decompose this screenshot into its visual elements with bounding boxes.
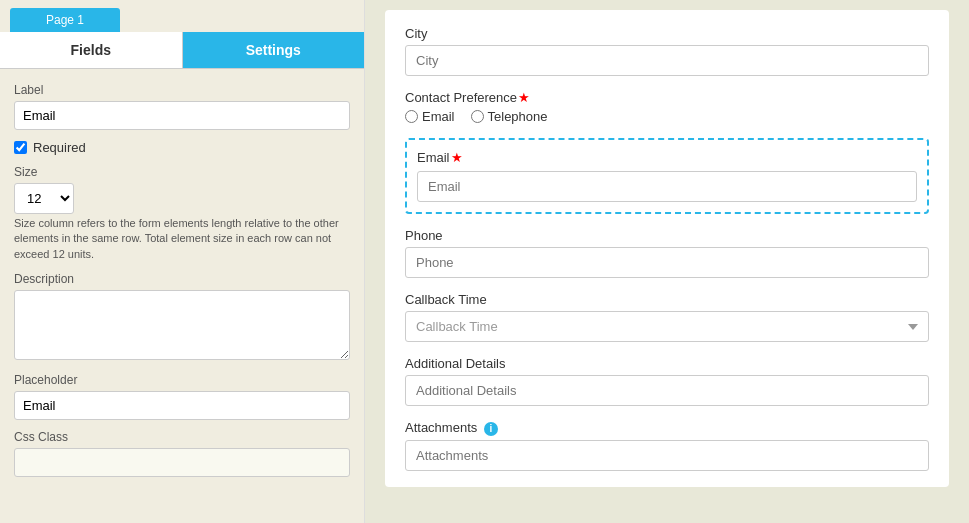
description-textarea[interactable] (14, 290, 350, 360)
label-field-label: Label (14, 83, 350, 97)
label-input[interactable] (14, 101, 350, 130)
phone-field-group: Phone (405, 228, 929, 278)
css-class-input[interactable] (14, 448, 350, 477)
attachments-label: Attachments i (405, 420, 929, 436)
callback-select[interactable]: Callback Time (405, 311, 929, 342)
form-card: City Contact Preference★ Email Telephone (385, 10, 949, 487)
left-content: Label Required Size 12 6 4 3 Size column… (0, 69, 364, 491)
left-panel: Page 1 Fields Settings Label Required Si… (0, 0, 365, 523)
size-info-text: Size column refers to the form elements … (14, 216, 350, 262)
phone-input[interactable] (405, 247, 929, 278)
radio-email-input[interactable] (405, 110, 418, 123)
contact-pref-radio-row: Email Telephone (405, 109, 929, 124)
phone-label: Phone (405, 228, 929, 243)
attachments-field-group: Attachments i (405, 420, 929, 471)
additional-input[interactable] (405, 375, 929, 406)
attachments-info-icon: i (484, 422, 498, 436)
contact-pref-label: Contact Preference★ (405, 90, 929, 105)
email-required-star: ★ (451, 150, 463, 165)
settings-tab-button[interactable]: Settings (183, 32, 365, 68)
radio-telephone-option: Telephone (471, 109, 548, 124)
additional-label: Additional Details (405, 356, 929, 371)
size-select[interactable]: 12 6 4 3 (14, 183, 74, 214)
radio-email-label: Email (422, 109, 455, 124)
city-label: City (405, 26, 929, 41)
page-tab-bar: Page 1 (0, 0, 364, 32)
radio-telephone-input[interactable] (471, 110, 484, 123)
css-class-field-group: Css Class (14, 430, 350, 477)
callback-label: Callback Time (405, 292, 929, 307)
city-field-group: City (405, 26, 929, 76)
fields-tab-button[interactable]: Fields (0, 32, 183, 68)
placeholder-input[interactable] (14, 391, 350, 420)
email-input[interactable] (417, 171, 917, 202)
label-field-group: Label (14, 83, 350, 130)
page-tab[interactable]: Page 1 (10, 8, 120, 32)
description-label: Description (14, 272, 350, 286)
email-label: Email★ (417, 150, 917, 165)
required-checkbox[interactable] (14, 141, 27, 154)
attachments-input[interactable] (405, 440, 929, 471)
callback-field-group: Callback Time Callback Time (405, 292, 929, 342)
css-class-label: Css Class (14, 430, 350, 444)
city-input[interactable] (405, 45, 929, 76)
additional-field-group: Additional Details (405, 356, 929, 406)
description-field-group: Description (14, 272, 350, 363)
tab-buttons: Fields Settings (0, 32, 364, 69)
radio-email-option: Email (405, 109, 455, 124)
email-field-highlight: Email★ (405, 138, 929, 214)
right-panel: City Contact Preference★ Email Telephone (365, 0, 969, 523)
size-field-group: Size 12 6 4 3 Size column refers to the … (14, 165, 350, 262)
size-label: Size (14, 165, 350, 179)
radio-telephone-label: Telephone (488, 109, 548, 124)
required-checkbox-row: Required (14, 140, 350, 155)
placeholder-label: Placeholder (14, 373, 350, 387)
contact-pref-required-star: ★ (518, 90, 530, 105)
contact-pref-field-group: Contact Preference★ Email Telephone (405, 90, 929, 124)
placeholder-field-group: Placeholder (14, 373, 350, 420)
required-label: Required (33, 140, 86, 155)
